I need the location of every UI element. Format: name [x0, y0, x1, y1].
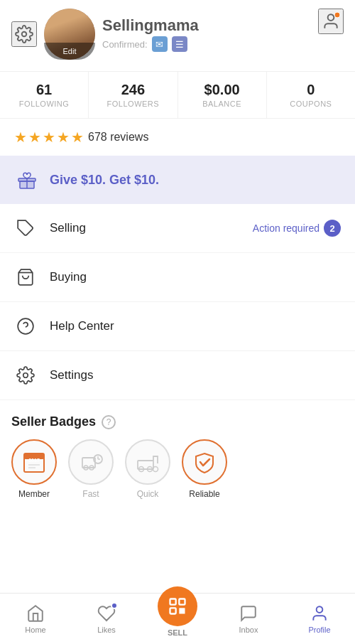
- badge-reliable: Reliable: [182, 439, 227, 499]
- help-icon: [14, 315, 37, 338]
- referral-banner[interactable]: Give $10. Get $10.: [0, 156, 355, 204]
- badge-quick-label: Quick: [137, 489, 159, 499]
- nav-profile-label: Profile: [308, 626, 330, 634]
- star-1: ★: [14, 129, 27, 146]
- badge-member: 2017 Member: [11, 439, 57, 499]
- badges-title: Seller Badges: [11, 414, 96, 429]
- header-left: Edit: [11, 9, 95, 60]
- home-icon: [26, 603, 45, 623]
- balance-label: BALANCE: [181, 100, 263, 108]
- buying-icon: [14, 266, 37, 289]
- username: Sellingmama: [102, 16, 344, 35]
- followers-value: 246: [92, 82, 174, 98]
- selling-icon: [14, 217, 37, 240]
- referral-text: Give $10. Get $10.: [50, 173, 159, 188]
- menu-item-buying[interactable]: Buying: [0, 253, 355, 302]
- buying-label: Buying: [50, 270, 341, 284]
- selling-label: Selling: [50, 221, 240, 235]
- svg-point-9: [18, 318, 33, 334]
- badge-circle-quick: [125, 439, 170, 485]
- notifications-button[interactable]: [318, 9, 344, 34]
- svg-point-30: [317, 606, 323, 613]
- badge-fast: Fast: [68, 439, 114, 499]
- action-badge: 2: [324, 220, 341, 237]
- badges-header: Seller Badges ?: [11, 414, 344, 429]
- confirmed-row: Confirmed: ✉ ☰: [102, 36, 344, 52]
- nav-profile[interactable]: Profile: [284, 594, 355, 644]
- profile-icon: [310, 603, 329, 623]
- star-4: ★: [57, 129, 70, 146]
- likes-notification-dot: [111, 602, 118, 609]
- help-label: Help Center: [50, 319, 341, 333]
- bottom-nav: Home Likes SELL Inbox: [0, 593, 355, 644]
- badge-circle-fast: [68, 439, 114, 485]
- badge-member-label: Member: [18, 489, 50, 499]
- nav-home[interactable]: Home: [0, 594, 71, 644]
- svg-text:2017: 2017: [28, 458, 40, 463]
- badge-fast-label: Fast: [82, 489, 99, 499]
- coupons-value: 0: [270, 82, 352, 98]
- stars: ★ ★ ★ ★ ★: [14, 129, 84, 146]
- avatar-edit-overlay: Edit: [44, 43, 95, 60]
- nav-sell[interactable]: SELL: [142, 601, 213, 637]
- svg-point-11: [23, 373, 28, 378]
- selling-action-area: Action required 2: [253, 220, 341, 237]
- nav-inbox[interactable]: Inbox: [213, 594, 284, 644]
- stats-row: 61 FOLLOWING 246 FOLLOWERS $0.00 BALANCE…: [0, 71, 355, 119]
- reviews-row[interactable]: ★ ★ ★ ★ ★ 678 reviews: [0, 119, 355, 156]
- email-verified-icon: ✉: [152, 36, 168, 52]
- svg-rect-29: [170, 608, 176, 613]
- svg-point-2: [334, 12, 340, 18]
- following-value: 61: [3, 82, 85, 98]
- nav-inbox-label: Inbox: [239, 626, 258, 634]
- avatar-edit-label: Edit: [63, 47, 77, 55]
- header: Edit Sellingmama Confirmed: ✉ ☰: [0, 0, 355, 65]
- balance-value: $0.00: [181, 82, 263, 98]
- stat-following[interactable]: 61 FOLLOWING: [0, 72, 89, 118]
- nav-likes[interactable]: Likes: [71, 594, 142, 644]
- menu-section: Selling Action required 2 Buying Help Ce…: [0, 204, 355, 400]
- menu-item-selling[interactable]: Selling Action required 2: [0, 204, 355, 253]
- stat-balance[interactable]: $0.00 BALANCE: [178, 72, 267, 118]
- star-5: ★: [71, 129, 84, 146]
- nav-likes-label: Likes: [97, 626, 116, 634]
- stat-followers[interactable]: 246 FOLLOWERS: [89, 72, 178, 118]
- badge-circle-reliable: [182, 439, 227, 485]
- coupons-label: COUPONS: [270, 100, 352, 108]
- badge-reliable-label: Reliable: [189, 489, 219, 499]
- svg-rect-28: [179, 599, 185, 605]
- svg-rect-27: [170, 599, 176, 605]
- phone-verified-icon: ☰: [172, 36, 187, 52]
- action-required-text: Action required: [253, 222, 320, 234]
- settings-icon-button[interactable]: [11, 21, 37, 47]
- nav-home-label: Home: [25, 626, 45, 634]
- likes-icon: [97, 603, 116, 623]
- reviews-count: 678 reviews: [88, 131, 148, 144]
- confirmed-text: Confirmed:: [102, 39, 148, 50]
- menu-item-settings[interactable]: Settings: [0, 351, 355, 400]
- gift-icon: [14, 167, 40, 193]
- avatar[interactable]: Edit: [44, 9, 95, 60]
- nav-sell-label: SELL: [168, 628, 187, 637]
- badges-help-icon[interactable]: ?: [102, 415, 116, 429]
- badges-row: 2017 Member Fast: [11, 439, 344, 499]
- followers-label: FOLLOWERS: [92, 100, 174, 108]
- badge-circle-member: 2017: [11, 439, 57, 485]
- stat-coupons[interactable]: 0 COUPONS: [267, 72, 355, 118]
- header-info: Sellingmama Confirmed: ✉ ☰: [102, 16, 344, 52]
- svg-point-0: [22, 32, 27, 37]
- following-label: FOLLOWING: [3, 100, 85, 108]
- inbox-icon: [239, 603, 258, 623]
- settings-menu-icon: [14, 364, 37, 387]
- badge-quick: Quick: [125, 439, 170, 499]
- star-3: ★: [43, 129, 55, 146]
- menu-item-help[interactable]: Help Center: [0, 302, 355, 351]
- header-right: [318, 9, 344, 34]
- star-2: ★: [28, 129, 41, 146]
- svg-rect-23: [138, 461, 153, 469]
- settings-label: Settings: [50, 368, 341, 382]
- badges-section: Seller Badges ? 2017 Member: [0, 400, 355, 506]
- sell-circle-button[interactable]: [158, 586, 197, 626]
